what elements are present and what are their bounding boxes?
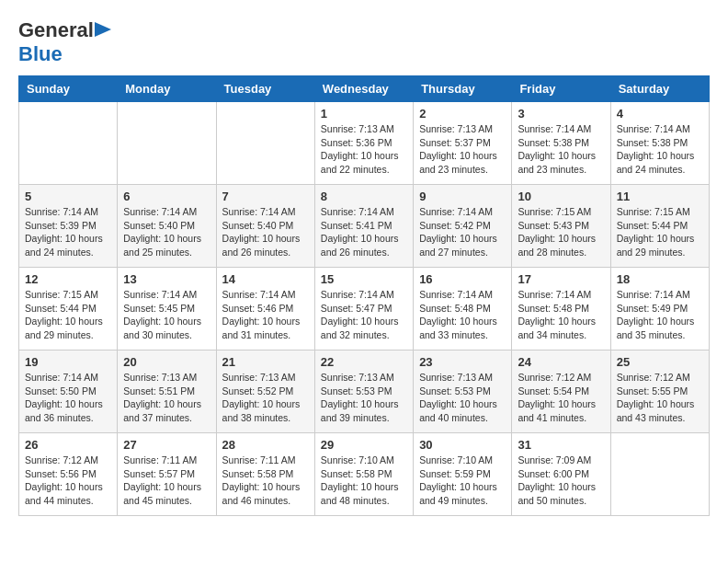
day-info: Sunrise: 7:12 AM Sunset: 5:56 PM Dayligh… [25,454,111,508]
weekday-header-friday: Friday [512,76,610,102]
day-number: 30 [419,438,506,452]
day-info: Sunrise: 7:14 AM Sunset: 5:42 PM Dayligh… [419,205,506,259]
day-info: Sunrise: 7:14 AM Sunset: 5:48 PM Dayligh… [419,288,506,342]
day-cell: 4Sunrise: 7:14 AM Sunset: 5:38 PM Daylig… [610,102,709,185]
day-info: Sunrise: 7:14 AM Sunset: 5:45 PM Dayligh… [123,288,210,342]
day-number: 21 [222,355,309,369]
weekday-header-monday: Monday [118,76,216,102]
day-number: 20 [123,355,210,369]
day-cell: 23Sunrise: 7:13 AM Sunset: 5:53 PM Dayli… [414,350,512,433]
day-number: 9 [419,190,506,203]
day-number: 12 [25,272,111,286]
logo-general: General [18,18,94,42]
day-number: 17 [518,272,604,286]
week-row-4: 19Sunrise: 7:14 AM Sunset: 5:50 PM Dayli… [19,350,710,433]
day-number: 24 [518,355,604,369]
day-number: 11 [617,190,703,203]
day-info: Sunrise: 7:14 AM Sunset: 5:38 PM Dayligh… [617,122,703,177]
day-cell: 7Sunrise: 7:14 AM Sunset: 5:40 PM Daylig… [216,185,314,268]
day-cell: 25Sunrise: 7:12 AM Sunset: 5:55 PM Dayli… [610,350,709,433]
day-number: 26 [25,438,111,452]
weekday-header-thursday: Thursday [414,76,512,102]
day-cell: 19Sunrise: 7:14 AM Sunset: 5:50 PM Dayli… [19,350,118,433]
day-cell: 27Sunrise: 7:11 AM Sunset: 5:57 PM Dayli… [118,433,216,516]
day-info: Sunrise: 7:14 AM Sunset: 5:47 PM Dayligh… [321,288,407,342]
svg-marker-0 [95,22,111,37]
day-number: 27 [123,438,210,452]
day-info: Sunrise: 7:14 AM Sunset: 5:50 PM Dayligh… [25,371,111,425]
day-number: 25 [617,355,703,369]
weekday-header-saturday: Saturday [610,76,709,102]
day-cell: 15Sunrise: 7:14 AM Sunset: 5:47 PM Dayli… [314,268,413,350]
day-number: 5 [25,190,111,203]
day-info: Sunrise: 7:14 AM Sunset: 5:48 PM Dayligh… [518,288,604,342]
day-cell: 26Sunrise: 7:12 AM Sunset: 5:56 PM Dayli… [19,433,118,516]
day-cell: 10Sunrise: 7:15 AM Sunset: 5:43 PM Dayli… [512,185,610,268]
day-info: Sunrise: 7:10 AM Sunset: 5:59 PM Dayligh… [419,454,506,508]
day-number: 29 [321,438,407,452]
week-row-3: 12Sunrise: 7:15 AM Sunset: 5:44 PM Dayli… [19,268,710,350]
day-number: 3 [518,107,604,121]
weekday-header-row: SundayMondayTuesdayWednesdayThursdayFrid… [19,76,710,102]
day-number: 10 [518,190,604,203]
day-cell: 18Sunrise: 7:14 AM Sunset: 5:49 PM Dayli… [610,268,709,350]
day-cell [216,102,314,185]
day-info: Sunrise: 7:11 AM Sunset: 5:57 PM Dayligh… [123,454,210,508]
day-cell: 9Sunrise: 7:14 AM Sunset: 5:42 PM Daylig… [414,185,512,268]
day-number: 6 [123,190,210,203]
day-cell: 5Sunrise: 7:14 AM Sunset: 5:39 PM Daylig… [19,185,118,268]
logo: General Blue [18,18,112,66]
day-number: 22 [321,355,407,369]
day-cell: 20Sunrise: 7:13 AM Sunset: 5:51 PM Dayli… [118,350,216,433]
day-info: Sunrise: 7:14 AM Sunset: 5:40 PM Dayligh… [123,205,210,259]
week-row-1: 1Sunrise: 7:13 AM Sunset: 5:36 PM Daylig… [19,102,710,185]
day-number: 19 [25,355,111,369]
day-number: 14 [222,272,309,286]
day-info: Sunrise: 7:13 AM Sunset: 5:36 PM Dayligh… [321,122,407,177]
day-info: Sunrise: 7:14 AM Sunset: 5:46 PM Dayligh… [222,288,309,342]
weekday-header-tuesday: Tuesday [216,76,314,102]
day-number: 31 [518,438,604,452]
day-cell: 13Sunrise: 7:14 AM Sunset: 5:45 PM Dayli… [118,268,216,350]
day-number: 28 [222,438,309,452]
day-info: Sunrise: 7:13 AM Sunset: 5:37 PM Dayligh… [419,122,506,177]
day-cell: 3Sunrise: 7:14 AM Sunset: 5:38 PM Daylig… [512,102,610,185]
weekday-header-wednesday: Wednesday [314,76,413,102]
day-number: 13 [123,272,210,286]
day-info: Sunrise: 7:13 AM Sunset: 5:52 PM Dayligh… [222,371,309,425]
day-info: Sunrise: 7:15 AM Sunset: 5:43 PM Dayligh… [518,205,604,259]
day-info: Sunrise: 7:14 AM Sunset: 5:40 PM Dayligh… [222,205,309,259]
day-number: 18 [617,272,703,286]
day-cell [19,102,118,185]
day-info: Sunrise: 7:13 AM Sunset: 5:51 PM Dayligh… [123,371,210,425]
day-cell: 29Sunrise: 7:10 AM Sunset: 5:58 PM Dayli… [314,433,413,516]
day-cell: 2Sunrise: 7:13 AM Sunset: 5:37 PM Daylig… [414,102,512,185]
day-cell: 24Sunrise: 7:12 AM Sunset: 5:54 PM Dayli… [512,350,610,433]
day-number: 23 [419,355,506,369]
day-cell: 31Sunrise: 7:09 AM Sunset: 6:00 PM Dayli… [512,433,610,516]
day-info: Sunrise: 7:09 AM Sunset: 6:00 PM Dayligh… [518,454,604,508]
page-header: General Blue [18,18,710,66]
day-number: 15 [321,272,407,286]
day-number: 4 [617,107,703,121]
day-number: 1 [321,107,407,121]
day-info: Sunrise: 7:14 AM Sunset: 5:41 PM Dayligh… [321,205,407,259]
day-cell: 28Sunrise: 7:11 AM Sunset: 5:58 PM Dayli… [216,433,314,516]
day-cell: 1Sunrise: 7:13 AM Sunset: 5:36 PM Daylig… [314,102,413,185]
day-number: 7 [222,190,309,203]
day-cell [610,433,709,516]
day-info: Sunrise: 7:13 AM Sunset: 5:53 PM Dayligh… [419,371,506,425]
day-cell: 30Sunrise: 7:10 AM Sunset: 5:59 PM Dayli… [414,433,512,516]
day-cell: 6Sunrise: 7:14 AM Sunset: 5:40 PM Daylig… [118,185,216,268]
day-cell: 14Sunrise: 7:14 AM Sunset: 5:46 PM Dayli… [216,268,314,350]
day-info: Sunrise: 7:14 AM Sunset: 5:49 PM Dayligh… [617,288,703,342]
week-row-2: 5Sunrise: 7:14 AM Sunset: 5:39 PM Daylig… [19,185,710,268]
day-info: Sunrise: 7:15 AM Sunset: 5:44 PM Dayligh… [25,288,111,342]
day-info: Sunrise: 7:15 AM Sunset: 5:44 PM Dayligh… [617,205,703,259]
day-cell: 8Sunrise: 7:14 AM Sunset: 5:41 PM Daylig… [314,185,413,268]
day-number: 8 [321,190,407,203]
day-number: 2 [419,107,506,121]
day-info: Sunrise: 7:12 AM Sunset: 5:55 PM Dayligh… [617,371,703,425]
day-cell: 21Sunrise: 7:13 AM Sunset: 5:52 PM Dayli… [216,350,314,433]
day-info: Sunrise: 7:13 AM Sunset: 5:53 PM Dayligh… [321,371,407,425]
